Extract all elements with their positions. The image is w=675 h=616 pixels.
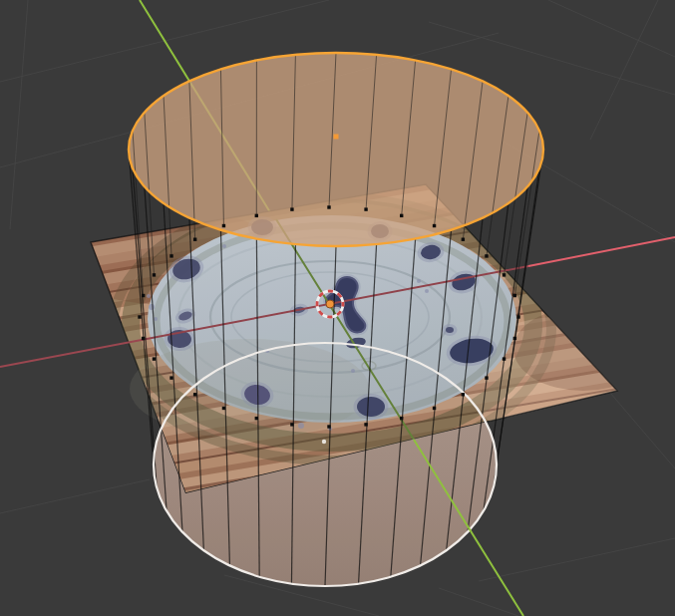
mid-ring-vertex[interactable] xyxy=(503,357,506,360)
blender-viewport[interactable] xyxy=(0,0,675,616)
mid-ring-vertex[interactable] xyxy=(153,357,156,360)
selected-top-face[interactable] xyxy=(129,53,543,246)
mid-ring-vertex[interactable] xyxy=(516,315,519,318)
mid-ring-vertex[interactable] xyxy=(364,207,367,210)
mid-ring-vertex[interactable] xyxy=(290,207,293,210)
mid-ring-vertex[interactable] xyxy=(153,273,156,276)
mid-ring-vertex[interactable] xyxy=(513,294,516,297)
mid-ring-vertex[interactable] xyxy=(142,294,145,297)
mid-ring-vertex[interactable] xyxy=(433,224,436,227)
mid-ring-vertex[interactable] xyxy=(327,425,330,428)
mid-ring-vertex[interactable] xyxy=(138,315,141,318)
mid-ring-vertex[interactable] xyxy=(327,205,330,208)
plane-origin-dot xyxy=(322,440,326,444)
mid-ring-vertex[interactable] xyxy=(364,423,367,426)
cursor-center-dot xyxy=(326,300,334,308)
mid-ring-vertex[interactable] xyxy=(142,337,145,340)
mid-ring-vertex[interactable] xyxy=(400,214,403,217)
mid-ring-vertex[interactable] xyxy=(169,376,172,379)
mid-ring-vertex[interactable] xyxy=(169,254,172,257)
mid-ring-vertex[interactable] xyxy=(462,238,465,241)
mid-ring-vertex[interactable] xyxy=(503,273,506,276)
mid-ring-vertex[interactable] xyxy=(255,417,258,420)
mid-ring-vertex[interactable] xyxy=(222,407,225,410)
mid-ring-vertex[interactable] xyxy=(255,214,258,217)
cylinder-object[interactable] xyxy=(129,53,543,586)
mid-ring-vertex[interactable] xyxy=(462,393,465,396)
mid-ring-vertex[interactable] xyxy=(290,423,293,426)
mid-ring-vertex[interactable] xyxy=(222,224,225,227)
mid-ring-vertex[interactable] xyxy=(433,407,436,410)
mid-ring-vertex[interactable] xyxy=(193,393,196,396)
mid-ring-vertex[interactable] xyxy=(485,376,488,379)
face-center-dot xyxy=(334,135,339,140)
mid-ring-vertex[interactable] xyxy=(193,238,196,241)
viewport-canvas[interactable] xyxy=(0,0,675,616)
mid-ring-vertex[interactable] xyxy=(485,254,488,257)
mid-ring-vertex[interactable] xyxy=(400,417,403,420)
mid-ring-vertex[interactable] xyxy=(513,337,516,340)
